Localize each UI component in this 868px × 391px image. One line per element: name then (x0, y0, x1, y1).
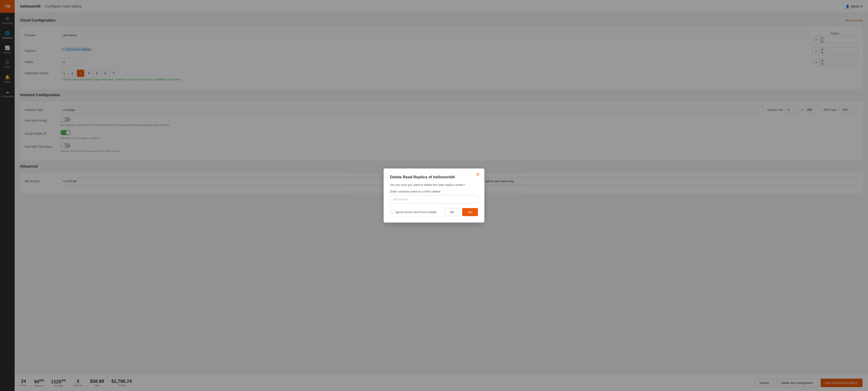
modal-description: Are you sure you want to delete this rea… (390, 183, 478, 187)
modal-buttons: No Yes (444, 208, 478, 216)
modal-universe-input[interactable] (390, 195, 478, 204)
force-delete-label: Ignore Errors and Force Delete (396, 210, 436, 214)
force-delete-checkbox-label[interactable]: Ignore Errors and Force Delete (390, 210, 436, 214)
modal-title: Delete Read Replica of helloworld4 (390, 175, 478, 179)
delete-modal: Delete Read Replica of helloworld4 ✕ Are… (384, 169, 484, 222)
modal-yes-button[interactable]: Yes (462, 208, 478, 216)
force-delete-checkbox[interactable] (390, 210, 394, 214)
app-container: YB ⊞ Dashboard 🌐 Universes 📈 Metrics ☰ T… (0, 0, 868, 391)
modal-close-button[interactable]: ✕ (476, 172, 480, 177)
modal-no-button[interactable]: No (444, 208, 460, 216)
modal-overlay: Delete Read Replica of helloworld4 ✕ Are… (0, 0, 868, 391)
modal-input-label: Enter universe name to confirm delete: (390, 190, 478, 193)
modal-footer: Ignore Errors and Force Delete No Yes (390, 208, 478, 216)
